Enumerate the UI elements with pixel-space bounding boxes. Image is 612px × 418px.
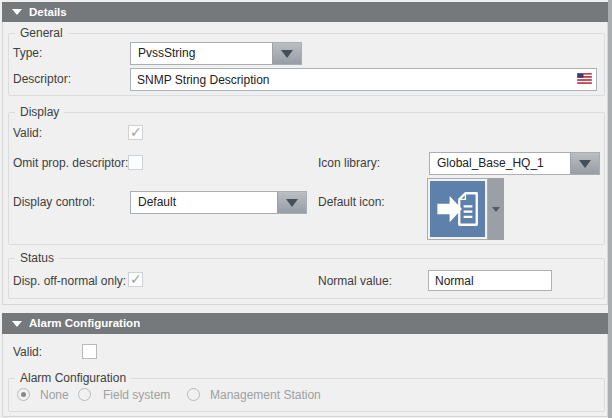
descriptor-input[interactable] [130,68,597,91]
display-group: Display [8,112,605,245]
type-dropdown-value: PvssString [138,43,195,64]
radio-none-label: None [40,388,69,402]
arrow-into-document-icon [433,184,482,234]
normal-value-input[interactable] [428,270,552,291]
icon-library-dropdown-value: Global_Base_HQ_1 [437,153,544,174]
icon-library-label: Icon library: [318,156,380,170]
chevron-down-icon [579,160,591,168]
display-control-dropdown[interactable]: Default [130,191,307,214]
type-label: Type: [13,46,42,60]
property-details-panel: Details General Type: PvssString Descrip… [0,0,612,418]
alarm-header-label: Alarm Configuration [29,317,140,329]
radio-management-station-label: Management Station [210,388,321,402]
display-control-dropdown-value: Default [138,192,176,213]
us-flag-icon[interactable] [577,73,592,84]
normal-value-label: Normal value: [318,274,392,288]
checkmark-icon: ✓ [130,124,142,140]
radio-none [17,388,30,401]
general-group-title: General [15,26,68,41]
alarm-valid-checkbox[interactable] [82,344,97,359]
details-section-header[interactable]: Details [2,2,608,22]
off-normal-only-label: Disp. off-normal only: [13,274,126,288]
collapse-triangle-icon [12,9,22,15]
collapse-triangle-icon [12,321,22,327]
icon-library-dropdown[interactable]: Global_Base_HQ_1 [429,152,600,175]
chevron-down-icon [286,199,298,207]
panel-right-edge [608,0,612,418]
omit-descriptor-label: Omit prop. descriptor: [13,156,128,170]
chevron-down-icon [492,207,500,212]
default-icon-label: Default icon: [318,195,385,209]
radio-management-station [187,388,200,401]
radio-field-system [78,388,91,401]
checkmark-icon: ✓ [130,271,142,287]
display-control-dropdown-button[interactable] [277,192,306,213]
type-dropdown-button[interactable] [272,43,301,64]
display-group-title: Display [15,105,64,120]
alarm-configuration-group-title: Alarm Configuration [15,371,131,386]
omit-descriptor-checkbox[interactable] [128,155,143,170]
display-valid-label: Valid: [13,126,42,140]
status-group-title: Status [15,251,59,266]
default-icon-dropdown-button[interactable] [488,178,504,240]
details-header-label: Details [29,6,67,18]
alarm-section-header[interactable]: Alarm Configuration [2,313,608,334]
radio-field-system-label: Field system [103,388,170,402]
type-dropdown[interactable]: PvssString [130,42,302,65]
alarm-valid-label: Valid: [13,345,42,359]
display-valid-checkbox: ✓ [128,125,143,140]
icon-library-dropdown-button[interactable] [570,153,599,174]
default-icon-button[interactable] [427,178,488,240]
display-control-label: Display control: [13,195,95,209]
descriptor-label: Descriptor: [13,72,71,86]
off-normal-only-checkbox: ✓ [128,272,143,287]
radio-selected-dot [21,392,26,397]
chevron-down-icon [281,50,293,58]
